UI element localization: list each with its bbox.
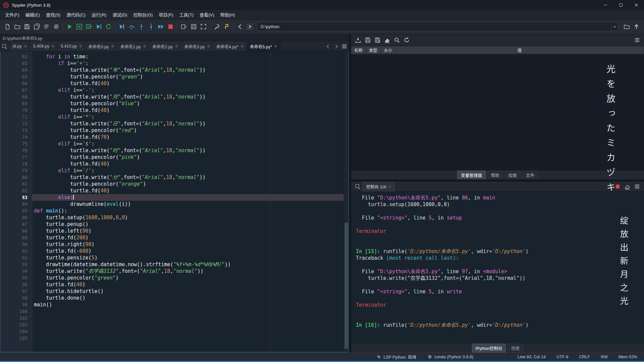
code-line[interactable]: 77 turtle.pencolor("pink") bbox=[0, 154, 348, 161]
pane-tab[interactable]: 历史 bbox=[507, 344, 523, 353]
clear-console-icon[interactable] bbox=[623, 182, 632, 191]
console-browse-tabs-icon[interactable] bbox=[353, 182, 363, 191]
vertical-splitter[interactable] bbox=[349, 34, 351, 352]
line-number[interactable]: 84 bbox=[0, 201, 32, 207]
editor-tab[interactable]: 5.409.py× bbox=[30, 42, 58, 51]
line-number[interactable]: 86 bbox=[0, 214, 32, 221]
debug-file-icon[interactable] bbox=[94, 22, 104, 32]
minimize-button[interactable] bbox=[598, 0, 613, 10]
editor-tab[interactable]: )8.py× bbox=[9, 42, 30, 51]
line-number[interactable]: 105 bbox=[0, 335, 32, 342]
menu-item[interactable]: 查看(V) bbox=[197, 10, 217, 19]
new-file-icon[interactable] bbox=[3, 22, 12, 32]
line-number[interactable]: 62 bbox=[0, 53, 32, 60]
code-line[interactable]: 76 turtle.write("时",font=("Arial",18,"no… bbox=[0, 147, 348, 154]
debug-continue-icon[interactable] bbox=[117, 22, 127, 32]
line-number[interactable]: 93 bbox=[0, 261, 32, 268]
line-number[interactable]: 65 bbox=[0, 73, 32, 80]
line-number[interactable]: 70 bbox=[0, 107, 32, 114]
menu-item[interactable]: 源代码(C) bbox=[63, 10, 89, 19]
code-line[interactable]: 82 turtle.fd(40) bbox=[0, 187, 348, 194]
code-line[interactable]: 79 elif i=='/': bbox=[0, 167, 348, 174]
run-cell-icon[interactable] bbox=[74, 22, 84, 32]
code-line[interactable]: 92 turtle.pensize(5) bbox=[0, 254, 348, 261]
line-number[interactable]: 66 bbox=[0, 80, 32, 87]
tab-close-icon[interactable]: × bbox=[111, 44, 114, 49]
menu-item[interactable]: 项目(P) bbox=[156, 10, 176, 19]
line-number[interactable]: 63 bbox=[0, 60, 32, 67]
menu-item[interactable]: 控制台(O) bbox=[130, 10, 156, 19]
line-number[interactable]: 92 bbox=[0, 254, 32, 261]
code-line[interactable]: 63 if i=='+': bbox=[0, 60, 348, 67]
search-icon[interactable] bbox=[392, 35, 402, 45]
code-line[interactable]: 73 turtle.pencolor("red") bbox=[0, 127, 348, 134]
code-line[interactable]: 64 turtle.write("年",font=("Arial",18,"no… bbox=[0, 67, 348, 73]
close-button[interactable] bbox=[629, 0, 644, 10]
menu-item[interactable]: 查找(S) bbox=[43, 10, 63, 19]
code-line[interactable]: 99main() bbox=[0, 301, 348, 308]
save-data-icon[interactable] bbox=[363, 35, 373, 45]
variable-table-body[interactable] bbox=[351, 54, 644, 170]
open-folder-icon[interactable] bbox=[12, 22, 22, 32]
code-line[interactable]: 80 turtle.write("分",font=("Arial",18,"no… bbox=[0, 174, 348, 181]
line-number[interactable]: 78 bbox=[0, 161, 32, 167]
pane-tab[interactable]: 帮助 bbox=[487, 171, 503, 180]
code-line[interactable]: 93 drawtime(datetime.datetime.now().strf… bbox=[0, 261, 348, 268]
code-line[interactable]: 62 for i in time: bbox=[0, 53, 348, 60]
code-line[interactable]: 91 turtle.fd(-600) bbox=[0, 248, 348, 254]
code-line[interactable]: 88 turtle.left(90) bbox=[0, 228, 348, 234]
debug-step-into-icon[interactable] bbox=[137, 22, 146, 32]
menu-item[interactable]: 调试(D) bbox=[109, 10, 130, 19]
tab-close-icon[interactable]: × bbox=[143, 44, 146, 49]
run-selection-icon[interactable] bbox=[179, 22, 189, 32]
line-number[interactable]: 91 bbox=[0, 248, 32, 254]
line-number[interactable]: 95 bbox=[0, 275, 32, 281]
run-cell-advance-icon[interactable] bbox=[84, 22, 94, 32]
editor-tab[interactable]: 未命名5.py*× bbox=[247, 42, 280, 51]
scrollbar-thumb[interactable] bbox=[344, 223, 348, 349]
pane-tab[interactable]: 绘图 bbox=[505, 171, 521, 180]
line-number[interactable]: 103 bbox=[0, 321, 32, 328]
browse-tabs-icon[interactable] bbox=[0, 42, 9, 51]
code-line[interactable]: 69 turtle.pencolor("blue") bbox=[0, 100, 348, 107]
menu-item[interactable]: 帮助(H) bbox=[217, 10, 238, 19]
menu-item[interactable]: 编辑(E) bbox=[22, 10, 43, 19]
code-line[interactable]: 68 turtle.write("月",font=("Arial",18,"no… bbox=[0, 94, 348, 100]
line-number[interactable]: 76 bbox=[0, 147, 32, 154]
tab-scroll-right-icon[interactable] bbox=[332, 42, 340, 51]
line-number[interactable]: 75 bbox=[0, 140, 32, 147]
code-line[interactable]: 100 bbox=[0, 308, 348, 315]
code-line[interactable]: 83 else: bbox=[0, 194, 348, 201]
refresh-icon[interactable] bbox=[402, 35, 412, 45]
tab-scroll-left-icon[interactable] bbox=[324, 42, 332, 51]
column-header-size[interactable]: 大小 bbox=[381, 46, 395, 54]
working-directory-combo[interactable]: D:\python bbox=[257, 22, 619, 31]
code-line[interactable]: 104 bbox=[0, 328, 348, 335]
save-file-icon[interactable] bbox=[22, 22, 32, 32]
maximize-pane-icon[interactable] bbox=[189, 22, 199, 32]
code-line[interactable]: 67 elif i=='-': bbox=[0, 87, 348, 94]
menu-item[interactable]: 工具(T) bbox=[176, 10, 197, 19]
line-number[interactable]: 81 bbox=[0, 181, 32, 187]
interrupt-kernel-icon[interactable] bbox=[613, 182, 623, 191]
maximize-button[interactable] bbox=[613, 0, 629, 10]
code-line[interactable]: 97 turtle.hideturtle() bbox=[0, 288, 348, 295]
run-file-icon[interactable] bbox=[65, 22, 74, 32]
pane-tab[interactable]: IPython控制台 bbox=[472, 344, 506, 353]
line-number[interactable]: 97 bbox=[0, 288, 32, 295]
line-number[interactable]: 77 bbox=[0, 154, 32, 161]
horizontal-splitter[interactable] bbox=[351, 179, 644, 182]
code-line[interactable]: 78 turtle.fd(40) bbox=[0, 161, 348, 167]
code-line[interactable]: 105 bbox=[0, 335, 348, 342]
save-all-icon[interactable] bbox=[32, 22, 42, 32]
tab-close-icon[interactable]: × bbox=[24, 44, 27, 49]
line-number[interactable]: 80 bbox=[0, 174, 32, 181]
code-editor[interactable]: 62 for i in time:63 if i=='+':64 turtle.… bbox=[0, 51, 349, 352]
code-line[interactable]: 89 turtle.fd(200) bbox=[0, 234, 348, 241]
pythonpath-icon[interactable] bbox=[222, 22, 231, 32]
line-number[interactable]: 98 bbox=[0, 295, 32, 301]
editor-tab[interactable]: 未命名1.py× bbox=[117, 42, 149, 51]
code-line[interactable]: 66 turtle.fd(40) bbox=[0, 80, 348, 87]
code-line[interactable]: 102 bbox=[0, 315, 348, 321]
line-number[interactable]: 82 bbox=[0, 187, 32, 194]
